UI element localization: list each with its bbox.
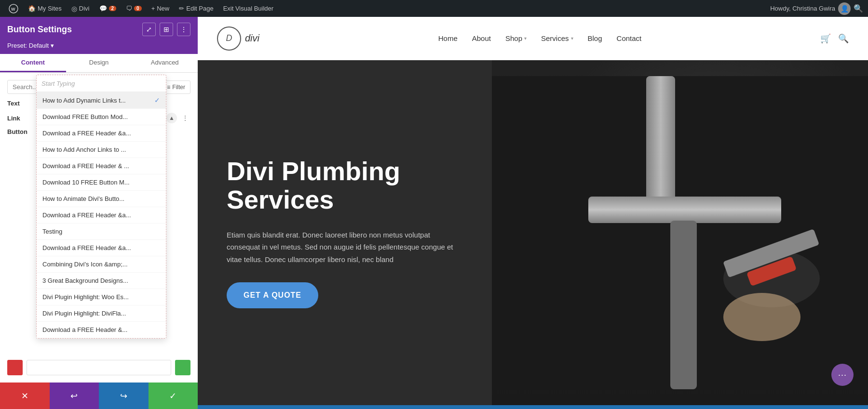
dropdown-item-2[interactable]: Download a FREE Header &a...: [37, 125, 166, 142]
tab-design[interactable]: Design: [66, 54, 132, 72]
comments-menu[interactable]: 💬 2: [95, 0, 121, 17]
dropdown-item-0[interactable]: How to Add Dynamic Links t... ✓: [37, 92, 166, 109]
nav-items: Home About Shop ▾ Services ▾ Blog Contac: [438, 34, 642, 42]
nav-contact[interactable]: Contact: [617, 34, 642, 42]
shop-arrow-icon: ▾: [524, 36, 527, 41]
layout-icon[interactable]: ⊞: [160, 23, 173, 36]
comment-icon: 💬: [99, 5, 107, 12]
services-arrow-icon: ▾: [571, 36, 573, 41]
dropdown-item-3[interactable]: How to Add Anchor Links to ...: [37, 142, 166, 158]
sidebar-title: Button Settings: [7, 25, 72, 35]
link-label: Link: [7, 115, 20, 122]
expand-icon[interactable]: ⤢: [142, 23, 156, 36]
more-icon[interactable]: ⋮: [177, 23, 190, 36]
edit-page-btn[interactable]: ✏ Edit Page: [175, 0, 217, 17]
search-admin-icon[interactable]: 🔍: [854, 4, 863, 13]
comment2-badge: 0: [134, 6, 142, 11]
wp-logo[interactable]: W: [5, 0, 22, 17]
check-icon: ✓: [154, 96, 160, 104]
sidebar-header: Button Settings ⤢ ⊞ ⋮: [0, 17, 198, 42]
filter-icon: ≡: [167, 84, 170, 91]
cart-icon[interactable]: 🛒: [820, 33, 831, 44]
red-swatch[interactable]: [7, 360, 23, 375]
green-swatch[interactable]: [175, 360, 190, 375]
preset-value[interactable]: Default ▾: [29, 42, 54, 49]
dropdown-item-10[interactable]: Combining Divi's Icon &amp;...: [37, 256, 166, 273]
nav-shop[interactable]: Shop ▾: [505, 34, 527, 42]
admin-bar-left: W 🏠 My Sites ◎ Divi 💬 2 🗨 0 + New ✏ Edit…: [5, 0, 277, 17]
new-menu[interactable]: + New: [148, 0, 174, 17]
dropdown-search-input[interactable]: [41, 80, 161, 87]
preset-bar: Preset: Default ▾: [0, 42, 198, 54]
dropdown-item-6[interactable]: How to Animate Divi's Butto...: [37, 191, 166, 207]
nav-blog[interactable]: Blog: [588, 34, 602, 42]
dropdown-item-7[interactable]: Download a FREE Header &a...: [37, 207, 166, 224]
dropdown-item-5[interactable]: Download 10 FREE Button M...: [37, 174, 166, 191]
dropdown-item-12[interactable]: Divi Plugin Highlight: Woo Es...: [37, 289, 166, 305]
pencil-icon: ✏: [179, 5, 184, 12]
sidebar-header-icons: ⤢ ⊞ ⋮: [142, 23, 190, 36]
dots-icon: ···: [838, 370, 847, 380]
tab-advanced[interactable]: Advanced: [132, 54, 198, 72]
dropdown-search-area: [37, 75, 166, 92]
logo-circle: D: [217, 26, 241, 51]
my-sites-menu[interactable]: 🏠 My Sites: [24, 0, 66, 17]
row-dots-icon[interactable]: ⋮: [180, 113, 190, 123]
hero-left: Divi Plumbing Services Etiam quis blandi…: [198, 60, 492, 405]
dropdown-item-4[interactable]: Download a FREE Header & ...: [37, 158, 166, 174]
cancel-button[interactable]: ✕: [0, 383, 50, 409]
dropdown-item-testing[interactable]: Testing: [37, 224, 166, 240]
nav-about[interactable]: About: [472, 34, 491, 42]
site-nav: D divi Home About Shop ▾ Services ▾: [198, 17, 868, 60]
search-nav-icon[interactable]: 🔍: [838, 33, 849, 44]
comments-badge: 2: [109, 6, 117, 11]
plumbing-image: [492, 60, 868, 405]
howdy-text: Howdy, Christina Gwira: [770, 5, 835, 12]
svg-text:W: W: [11, 7, 15, 12]
divi-icon: ◎: [71, 5, 77, 13]
dropdown-item-9[interactable]: Download a FREE Header &a...: [37, 240, 166, 256]
dropdown-item-1[interactable]: Download FREE Button Mod...: [37, 109, 166, 125]
nav-services[interactable]: Services ▾: [541, 34, 573, 42]
main-content: Button Settings ⤢ ⊞ ⋮ Preset: Default ▾ …: [0, 17, 868, 409]
sidebar-tabs: Content Design Advanced: [0, 54, 198, 73]
nav-home[interactable]: Home: [438, 34, 458, 42]
divi-menu[interactable]: ◎ Divi: [68, 0, 94, 17]
confirm-button[interactable]: ✓: [149, 383, 198, 409]
sidebar: Button Settings ⤢ ⊞ ⋮ Preset: Default ▾ …: [0, 17, 198, 409]
comment2-icon: 🗨: [126, 5, 132, 12]
dropdown-item-13[interactable]: Divi Plugin Highlight: DiviFla...: [37, 305, 166, 322]
exit-builder-btn[interactable]: Exit Visual Builder: [219, 0, 278, 17]
color-input[interactable]: [27, 360, 171, 375]
hero-subtitle: Etiam quis blandit erat. Donec laoreet l…: [227, 229, 463, 266]
nav-action-icons: 🛒 🔍: [820, 33, 849, 44]
dropdown-item-14[interactable]: Download a FREE Header &...: [37, 322, 166, 338]
undo-icon: ↩: [70, 391, 78, 401]
undo-button[interactable]: ↩: [50, 383, 99, 409]
svg-rect-6: [588, 197, 781, 223]
plumbing-svg: [492, 60, 868, 405]
admin-bar: W 🏠 My Sites ◎ Divi 💬 2 🗨 0 + New ✏ Edit…: [0, 0, 868, 17]
logo-text: divi: [245, 33, 259, 44]
hero-title: Divi Plumbing Services: [227, 157, 463, 214]
color-row: [0, 355, 198, 380]
user-avatar[interactable]: 👤: [838, 2, 851, 15]
redo-button[interactable]: ↪: [99, 383, 149, 409]
svg-rect-7: [670, 221, 697, 389]
comment-count2[interactable]: 🗨 0: [122, 0, 146, 17]
blue-bar: [198, 405, 868, 409]
floating-dots-button[interactable]: ···: [831, 364, 854, 386]
tab-content[interactable]: Content: [0, 54, 66, 72]
admin-bar-right: Howdy, Christina Gwira 👤 🔍: [770, 2, 863, 15]
plus-icon: +: [151, 5, 155, 12]
dropdown-item-11[interactable]: 3 Great Background Designs...: [37, 273, 166, 289]
cta-button[interactable]: GET A QUOTE: [227, 282, 318, 308]
link-dropdown: How to Add Dynamic Links t... ✓ Download…: [36, 75, 166, 339]
svg-point-11: [723, 293, 800, 341]
confirm-icon: ✓: [169, 391, 176, 401]
button-section-label: Button: [7, 128, 27, 135]
website-preview: D divi Home About Shop ▾ Services ▾: [198, 17, 868, 409]
sidebar-actions: ✕ ↩ ↪ ✓: [0, 383, 198, 409]
chevron-up-icon[interactable]: ▲: [166, 113, 177, 123]
cancel-icon: ✕: [21, 391, 28, 401]
